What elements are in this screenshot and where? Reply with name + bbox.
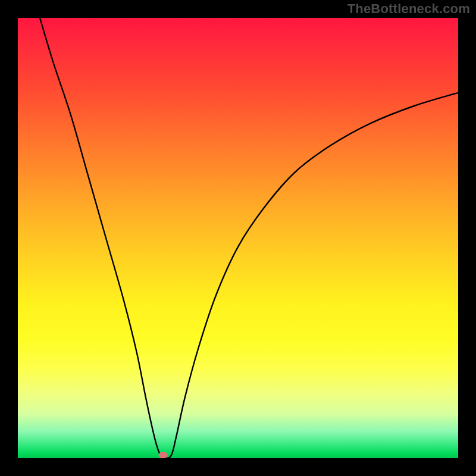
bottom-marker — [159, 452, 168, 458]
plot-area — [18, 18, 458, 458]
chart-frame: TheBottleneck.com — [0, 0, 476, 476]
watermark-text: TheBottleneck.com — [347, 1, 470, 17]
